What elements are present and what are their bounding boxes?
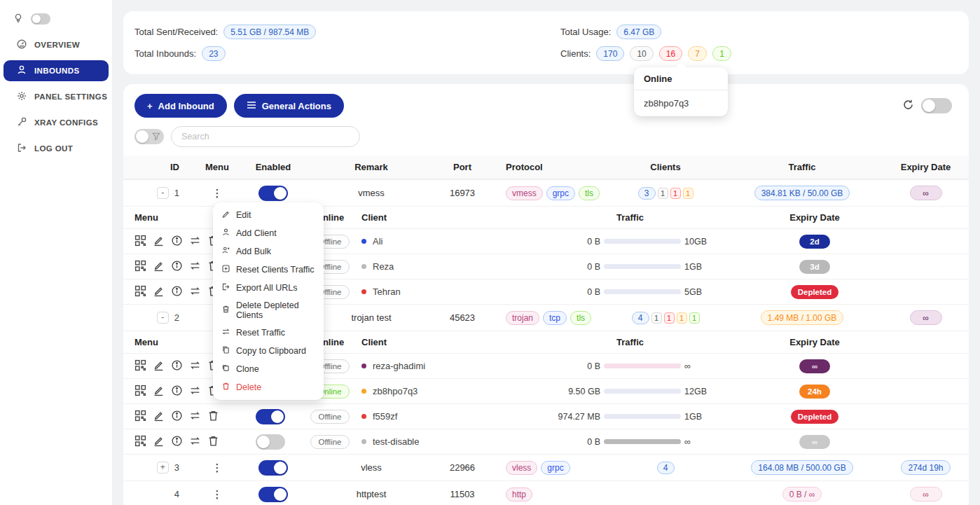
edit-icon[interactable] xyxy=(153,235,165,249)
qrcode-icon[interactable] xyxy=(134,285,146,299)
edit-icon[interactable] xyxy=(153,410,165,424)
edit-icon[interactable] xyxy=(153,435,165,449)
delete-depleted-icon xyxy=(221,305,230,316)
expiry-badge: ∞ xyxy=(910,310,942,325)
gear-icon xyxy=(16,90,27,103)
inbound-row-4: 4 ⋮ httptest 11503 http 0 B / ∞ ∞ xyxy=(123,480,969,505)
general-actions-label: General Actions xyxy=(262,101,331,111)
col-header-port: Port xyxy=(434,162,490,172)
inbound-id: 3 xyxy=(174,462,179,473)
stats-right-column: Total Usage: 6.47 GB Clients: 170 10 16 … xyxy=(560,21,731,74)
qrcode-icon[interactable] xyxy=(134,410,146,424)
clients-count-badge: 4 xyxy=(657,462,675,474)
sub-col-traffic: Traffic xyxy=(530,337,731,347)
reset-traffic-icon[interactable] xyxy=(189,385,201,399)
edit-icon[interactable] xyxy=(153,260,165,274)
info-icon[interactable] xyxy=(171,410,183,424)
traffic-used: 0 B xyxy=(537,237,600,247)
enabled-toggle[interactable] xyxy=(258,186,288,201)
client-enabled-toggle[interactable] xyxy=(256,434,285,450)
menu-item-delete[interactable]: Delete xyxy=(213,378,324,396)
client-enabled-toggle[interactable] xyxy=(256,409,285,424)
clients-expiring-badge[interactable]: 7 xyxy=(688,46,707,61)
row-menu-button[interactable]: ⋮ xyxy=(212,462,223,474)
sidebar-item-log-out[interactable]: LOG OUT xyxy=(4,138,109,159)
client-name: Tehran xyxy=(373,286,401,297)
clients-total-badge[interactable]: 170 xyxy=(596,46,624,61)
refresh-icon[interactable] xyxy=(902,99,914,113)
info-icon[interactable] xyxy=(171,285,183,299)
col-header-expiry: Expiry Date xyxy=(883,162,969,172)
search-input[interactable] xyxy=(171,126,360,147)
col-header-enabled: Enabled xyxy=(238,162,308,172)
menu-item-clone[interactable]: Clone xyxy=(213,360,324,378)
reset-traffic-icon[interactable] xyxy=(189,359,201,373)
traffic-bar xyxy=(604,414,681,419)
trash-icon[interactable] xyxy=(207,410,219,424)
edit-icon[interactable] xyxy=(153,385,165,399)
table-header-row: ID Menu Enabled Remark Port Protocol Cli… xyxy=(123,155,969,179)
sub-col-expiry: Expiry Date xyxy=(731,337,899,347)
reset-traffic-icon[interactable] xyxy=(189,235,201,249)
clients-depleted-badge[interactable]: 16 xyxy=(659,46,682,61)
protocol-tag: grpc xyxy=(541,461,570,475)
inbound-row-3: +3 ⋮ vless 22966 vless grpc 4 164.08 MB … xyxy=(123,454,969,480)
sidebar-item-xray-configs[interactable]: XRAY CONFIGS xyxy=(4,112,109,133)
qrcode-icon[interactable] xyxy=(134,435,146,449)
auto-refresh-toggle[interactable] xyxy=(921,98,952,113)
qrcode-icon[interactable] xyxy=(134,235,146,249)
traffic-cap: 12GB xyxy=(684,387,723,396)
qrcode-icon[interactable] xyxy=(134,385,146,399)
enabled-toggle[interactable] xyxy=(258,487,288,502)
reset-traffic-icon[interactable] xyxy=(189,435,201,449)
row-menu-button[interactable]: ⋮ xyxy=(212,488,223,501)
reset-traffic-icon[interactable] xyxy=(189,285,201,299)
info-icon[interactable] xyxy=(171,359,183,373)
menu-item-export-all-urls[interactable]: Export All URLs xyxy=(213,279,324,297)
sent-received-badge: 5.51 GB / 987.54 MB xyxy=(223,25,316,39)
qrcode-icon[interactable] xyxy=(134,260,146,274)
enabled-toggle[interactable] xyxy=(258,460,288,476)
reset-traffic-icon[interactable] xyxy=(189,260,201,274)
menu-item-copy-to-clipboard[interactable]: Copy to Clipboard xyxy=(213,342,324,360)
inbound-remark: trojan test xyxy=(308,312,434,323)
expiry-badge: ∞ xyxy=(910,487,942,501)
info-icon[interactable] xyxy=(171,385,183,399)
client-dot xyxy=(361,364,366,368)
add-inbound-button[interactable]: + Add Inbound xyxy=(134,94,227,118)
filter-toggle[interactable] xyxy=(134,129,164,144)
row-menu-button[interactable]: ⋮ xyxy=(212,187,223,200)
sidebar-item-inbounds[interactable]: INBOUNDS xyxy=(4,60,109,81)
clients-count-badge: 1 xyxy=(670,188,681,199)
client-dot xyxy=(361,239,366,244)
info-icon[interactable] xyxy=(171,235,183,249)
menu-item-add-bulk[interactable]: Add Bulk xyxy=(213,242,324,261)
menu-item-reset-traffic[interactable]: Reset Traffic xyxy=(213,324,324,342)
expiry-badge: ∞ xyxy=(910,186,942,200)
traffic-used: 0 B xyxy=(537,437,600,447)
general-actions-button[interactable]: General Actions xyxy=(234,94,344,118)
menu-item-add-client[interactable]: Add Client xyxy=(213,224,324,242)
edit-icon[interactable] xyxy=(153,285,165,299)
reset-traffic-icon[interactable] xyxy=(189,410,201,424)
stats-left-column: Total Sent/Received: 5.51 GB / 987.54 MB… xyxy=(134,21,560,74)
collapse-row-button[interactable]: - xyxy=(157,312,169,324)
edit-icon[interactable] xyxy=(153,359,165,373)
info-icon[interactable] xyxy=(171,435,183,449)
theme-toggle[interactable] xyxy=(31,13,50,25)
info-icon[interactable] xyxy=(171,260,183,274)
reset-traffic-icon xyxy=(221,327,230,338)
menu-item-delete-depleted-clients[interactable]: Delete Depleted Clients xyxy=(213,297,324,324)
menu-item-reset-clients-traffic[interactable]: Reset Clients Traffic xyxy=(213,261,324,279)
toolbar-right xyxy=(902,98,952,113)
sidebar-item-panel-settings[interactable]: PANEL SETTINGS xyxy=(4,86,109,107)
expand-row-button[interactable]: + xyxy=(157,462,169,473)
trash-icon[interactable] xyxy=(207,435,219,449)
clients-online-badge[interactable]: 1 xyxy=(712,46,731,61)
qrcode-icon[interactable] xyxy=(134,359,146,373)
collapse-row-button[interactable]: - xyxy=(157,187,169,199)
sidebar-item-overview[interactable]: OVERVIEW xyxy=(4,34,109,55)
menu-item-edit[interactable]: Edit xyxy=(213,206,324,224)
sub-col-client: Client xyxy=(361,337,530,347)
clients-deactive-badge[interactable]: 10 xyxy=(630,46,653,61)
